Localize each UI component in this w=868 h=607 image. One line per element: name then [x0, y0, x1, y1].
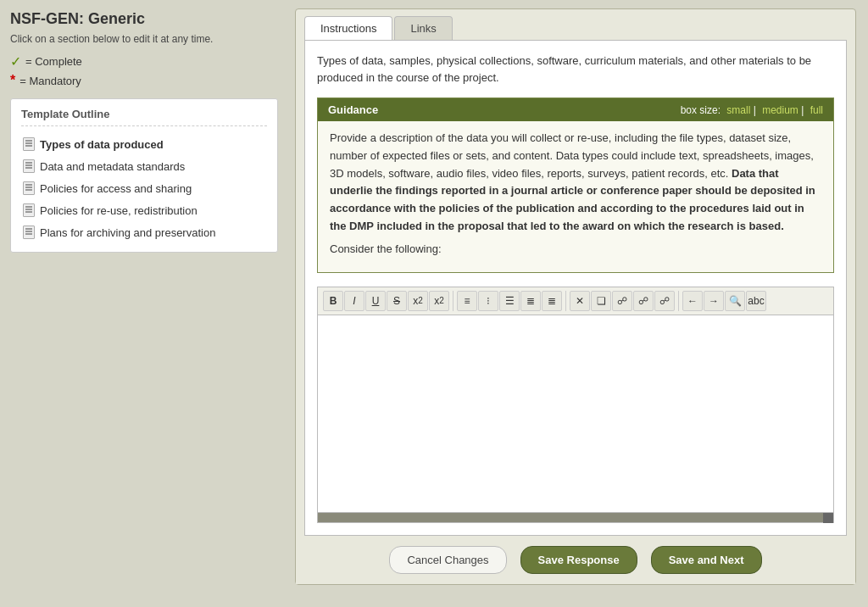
editor-content[interactable] — [318, 315, 833, 512]
toolbar-paste-text[interactable]: ☍ — [633, 291, 654, 311]
guidance-box: Guidance box size: small | medium | full… — [317, 97, 834, 273]
toolbar-cut[interactable]: ✕ — [570, 291, 590, 311]
toolbar-paste[interactable]: ☍ — [612, 291, 632, 311]
panel-footer: Cancel Changes Save Response Save and Ne… — [296, 536, 855, 584]
toolbar-group-history: ← → 🔍 abc — [682, 291, 770, 311]
guidance-body: Provide a description of the data you wi… — [318, 121, 833, 272]
boxsize-full[interactable]: full — [810, 104, 823, 116]
outline-item-2[interactable]: Policies for access and sharing — [21, 177, 267, 199]
app-subtitle: Click on a section below to edit it at a… — [10, 33, 278, 45]
toolbar-group-edit: ✕ ❏ ☍ ☍ ☍ — [570, 291, 679, 311]
toolbar-copy[interactable]: ❏ — [591, 291, 611, 311]
doc-icon-3 — [23, 203, 35, 217]
toolbar-search[interactable]: 🔍 — [725, 291, 745, 311]
scrollbar-thumb — [823, 513, 833, 523]
outline-label-0: Types of data produced — [40, 138, 164, 151]
toolbar-align-center[interactable]: ≣ — [520, 291, 541, 311]
toolbar-strikethrough[interactable]: S — [387, 291, 407, 311]
legend-mandatory: * = Mandatory — [10, 73, 278, 88]
mandatory-label: = Mandatory — [19, 75, 81, 87]
outline-item-3[interactable]: Policies for re-use, redistribution — [21, 199, 267, 221]
doc-icon-4 — [23, 226, 35, 239]
boxsize-medium[interactable]: medium — [762, 104, 798, 116]
save-next-button[interactable]: Save and Next — [651, 546, 762, 574]
complete-label: = Complete — [25, 55, 82, 68]
guidance-header: Guidance box size: small | medium | full — [318, 98, 833, 121]
toolbar-redo[interactable]: → — [704, 291, 724, 311]
sidebar: NSF-GEN: Generic Click on a section belo… — [0, 0, 288, 607]
guidance-text: Provide a description of the data you wi… — [330, 130, 821, 236]
tabs-bar: Instructions Links — [296, 9, 855, 40]
doc-icon-0 — [23, 137, 35, 151]
outline-item-1[interactable]: Data and metadata standards — [21, 155, 267, 177]
doc-icon-1 — [23, 159, 35, 173]
toolbar-group-format: B I U S x2 x2 — [323, 291, 453, 311]
outline-label-4: Plans for archiving and preservation — [40, 226, 215, 239]
app-title: NSF-GEN: Generic — [10, 10, 278, 28]
doc-icon-2 — [23, 181, 35, 195]
toolbar-undo[interactable]: ← — [682, 291, 703, 311]
toolbar-unordered-list[interactable]: ⁝ — [478, 291, 498, 311]
guidance-consider: Consider the following: — [330, 241, 821, 259]
mandatory-icon: * — [10, 73, 15, 88]
outline-label-3: Policies for re-use, redistribution — [40, 204, 198, 217]
editor-scrollbar[interactable] — [318, 512, 833, 522]
toolbar-underline[interactable]: U — [365, 291, 386, 311]
toolbar-superscript[interactable]: x2 — [429, 291, 449, 311]
toolbar-italic[interactable]: I — [344, 291, 364, 311]
toolbar-spellcheck[interactable]: abc — [746, 291, 766, 311]
toolbar-paste-word[interactable]: ☍ — [654, 291, 675, 311]
template-outline: Template Outline Types of data produced … — [10, 98, 278, 253]
toolbar-align-left[interactable]: ☰ — [499, 291, 520, 311]
editor-toolbar: B I U S x2 x2 ≡ ⁝ ☰ ≣ ≣ — [317, 287, 834, 315]
toolbar-group-list: ≡ ⁝ ☰ ≣ ≣ — [457, 291, 566, 311]
toolbar-subscript[interactable]: x2 — [408, 291, 428, 311]
outline-label-1: Data and metadata standards — [40, 160, 185, 173]
description-text: Types of data, samples, physical collect… — [317, 53, 834, 86]
guidance-title: Guidance — [328, 103, 378, 116]
save-button[interactable]: Save Response — [520, 546, 637, 574]
tab-instructions[interactable]: Instructions — [304, 16, 392, 40]
outline-label-2: Policies for access and sharing — [40, 182, 192, 195]
outline-item-4[interactable]: Plans for archiving and preservation — [21, 221, 267, 243]
complete-icon: ✓ — [10, 53, 21, 70]
boxsize-label: box size: — [681, 104, 721, 116]
outline-item-0[interactable]: Types of data produced — [21, 133, 267, 155]
tab-links[interactable]: Links — [394, 16, 452, 40]
cancel-button[interactable]: Cancel Changes — [389, 546, 506, 574]
content-panel: Instructions Links Types of data, sample… — [295, 8, 856, 585]
legend-complete: ✓ = Complete — [10, 53, 278, 70]
outline-title: Template Outline — [21, 108, 267, 126]
main-content: Instructions Links Types of data, sample… — [288, 0, 868, 607]
toolbar-bold[interactable]: B — [323, 291, 343, 311]
toolbar-ordered-list[interactable]: ≡ — [457, 291, 477, 311]
boxsize-small[interactable]: small — [726, 104, 750, 116]
panel-body: Types of data, samples, physical collect… — [304, 40, 847, 536]
guidance-boxsize: box size: small | medium | full — [681, 104, 823, 116]
editor-wrapper — [317, 315, 834, 523]
toolbar-align-right[interactable]: ≣ — [542, 291, 562, 311]
